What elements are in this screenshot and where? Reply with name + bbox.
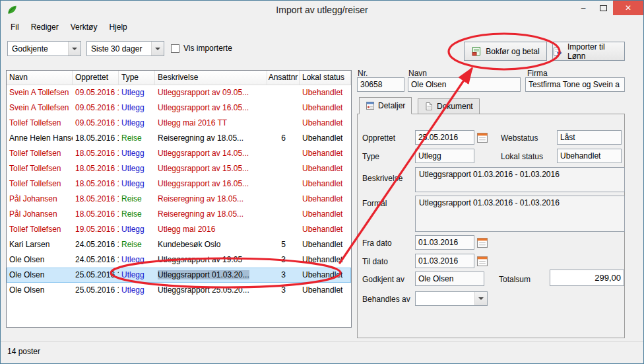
tab-dokument[interactable]: Dokument — [418, 98, 480, 114]
navn-label: Navn — [408, 69, 427, 78]
calendar-icon[interactable] — [477, 237, 488, 248]
menu-item-hjelp[interactable]: Hjelp — [103, 20, 133, 34]
cell-ansattnr — [267, 116, 300, 131]
period-filter-dropdown[interactable]: Siste 30 dager — [86, 41, 164, 56]
behandles-av-dropdown[interactable] — [415, 291, 488, 306]
show-imported-label: Vis importerte — [183, 44, 232, 53]
cell-status: Ubehandlet — [300, 268, 351, 283]
cell-type: Utlegg — [119, 176, 155, 192]
cell-opprettet: 25.05.2016 1... — [73, 268, 119, 283]
table-row[interactable]: Tollef Tollefsen09.05.2016 1...UtleggUtl… — [7, 116, 351, 131]
fra-dato-field[interactable] — [415, 235, 474, 250]
cell-opprettet: 18.05.2016 1... — [73, 131, 119, 146]
opprettet-field[interactable] — [415, 130, 474, 145]
lokal-status-field[interactable] — [557, 149, 622, 163]
bokfor-og-betal-button[interactable]: Bokfør og betal — [464, 42, 547, 61]
calendar-icon[interactable] — [477, 132, 488, 143]
totalsum-label: Totalsum — [499, 275, 531, 284]
menu-item-fil[interactable]: Fil — [5, 20, 25, 34]
table-row[interactable]: Svein A Tollefsen09.05.2016 1...UtleggUt… — [7, 100, 351, 116]
chevron-down-icon — [151, 42, 164, 55]
detaljer-icon — [366, 101, 375, 110]
cell-type: Reise — [119, 192, 155, 207]
type-label: Type — [362, 152, 379, 161]
cell-navn: Ole Olsen — [7, 283, 73, 298]
cell-ansattnr — [267, 176, 300, 192]
importer-til-lonn-button[interactable]: Importer til Lønn — [552, 42, 625, 61]
firma-field[interactable] — [525, 77, 625, 92]
table-row[interactable]: Ole Olsen25.05.2016 1...UtleggUtleggsrap… — [7, 268, 351, 283]
table-header: NavnOpprettetTypeBeskrivelseAnsattnrLoka… — [7, 71, 351, 85]
cell-type: Reise — [119, 207, 155, 222]
column-header[interactable]: Navn — [7, 71, 73, 85]
column-header[interactable]: Type — [119, 71, 155, 85]
cell-navn: Ole Olsen — [7, 252, 73, 268]
cell-type: Utlegg — [119, 283, 155, 298]
table-row[interactable]: Tollef Tollefsen18.05.2016 1...UtleggUtl… — [7, 176, 351, 192]
webstatus-field[interactable] — [557, 130, 622, 145]
cell-status: Ubehandlet — [300, 222, 351, 237]
cell-beskrivelse: Utleggsrapport 25.05.20... — [155, 283, 267, 298]
formal-field[interactable]: Utleggsrapport 01.03.2016 - 01.03.2016 — [415, 196, 625, 232]
table-body: Svein A Tollefsen09.05.2016 1...UtleggUt… — [7, 85, 351, 298]
menu-item-rediger[interactable]: Rediger — [25, 20, 65, 34]
cell-ansattnr — [267, 207, 300, 222]
cell-beskrivelse: Utleggsrapport av 19.05 — [155, 252, 267, 268]
godkjent-av-field[interactable] — [415, 272, 484, 286]
cell-status: Ubehandlet — [300, 176, 351, 192]
cell-navn: Ole Olsen — [7, 268, 73, 283]
godkjent-av-label: Godkjent av — [362, 275, 404, 284]
column-header[interactable]: Lokal status — [300, 71, 351, 85]
webstatus-label: Webstatus — [501, 133, 538, 143]
cell-opprettet: 18.05.2016 1... — [73, 161, 119, 176]
column-header[interactable]: Ansattnr — [267, 71, 300, 85]
type-field[interactable] — [415, 149, 474, 163]
bokfor-og-betal-label: Bokfør og betal — [486, 47, 539, 56]
navn-field[interactable] — [408, 77, 521, 92]
totalsum-field[interactable] — [550, 270, 624, 286]
til-dato-field[interactable] — [415, 254, 474, 268]
column-header[interactable]: Opprettet — [73, 71, 119, 85]
cell-status: Ubehandlet — [300, 192, 351, 207]
cell-beskrivelse: Reiseregning av 18.05... — [155, 192, 267, 207]
nr-field[interactable] — [357, 77, 404, 92]
table-row[interactable]: Tollef Tollefsen18.05.2016 1...UtleggUtl… — [7, 146, 351, 161]
table-row[interactable]: Ole Olsen24.05.2016 1...UtleggUtleggsrap… — [7, 252, 351, 268]
window-controls: – ✕ — [573, 1, 643, 15]
table-row[interactable]: Anne Helen Hansen18.05.2016 1...ReiseRei… — [7, 131, 351, 146]
cell-navn: Tollef Tollefsen — [7, 176, 73, 192]
window: Import av utlegg/reiser – ✕ FilRedigerVe… — [0, 0, 644, 364]
cell-status: Ubehandlet — [300, 85, 351, 100]
status-filter-dropdown[interactable]: Godkjente — [7, 41, 81, 56]
tab-detaljer[interactable]: Detaljer — [359, 97, 412, 114]
maximize-button[interactable] — [593, 1, 613, 15]
window-title: Import av utlegg/reiser — [1, 5, 643, 15]
cell-navn: Tollef Tollefsen — [7, 146, 73, 161]
minimize-button[interactable]: – — [573, 1, 593, 15]
cell-status: Ubehandlet — [300, 252, 351, 268]
cell-status: Ubehandlet — [300, 283, 351, 298]
table-row[interactable]: Pål Johansen18.05.2016 1...ReiseReisereg… — [7, 207, 351, 222]
table-row[interactable]: Tollef Tollefsen19.05.2016 1...UtleggUtl… — [7, 222, 351, 237]
table-row[interactable]: Ole Olsen25.05.2016 1...UtleggUtleggsrap… — [7, 283, 351, 298]
column-header[interactable]: Beskrivelse — [155, 71, 267, 85]
cell-type: Reise — [119, 237, 155, 252]
table-row[interactable]: Pål Johansen18.05.2016 1...ReiseReisereg… — [7, 192, 351, 207]
cell-ansattnr — [267, 192, 300, 207]
show-imported-checkbox[interactable] — [171, 44, 179, 53]
period-filter-value: Siste 30 dager — [87, 44, 151, 54]
table-row[interactable]: Tollef Tollefsen18.05.2016 1...UtleggUtl… — [7, 161, 351, 176]
cell-beskrivelse: Utleggsrapport av 14.05... — [155, 146, 267, 161]
record-count: 14 poster — [7, 347, 40, 356]
beskrivelse-field[interactable]: Utleggsrapport 01.03.2016 - 01.03.2016 — [415, 167, 625, 192]
table-row[interactable]: Kari Larsen24.05.2016 1...ReiseKundebesø… — [7, 237, 351, 252]
menu-item-verktøy[interactable]: Verktøy — [65, 20, 104, 34]
beskrivelse-label: Beskrivelse — [362, 174, 402, 183]
calendar-icon[interactable] — [477, 256, 488, 266]
table-row[interactable]: Svein A Tollefsen09.05.2016 1...UtleggUt… — [7, 85, 351, 100]
cell-status: Ubehandlet — [300, 237, 351, 252]
importer-til-lonn-label: Importer til Lønn — [567, 42, 624, 61]
cell-status: Ubehandlet — [300, 131, 351, 146]
close-button[interactable]: ✕ — [613, 1, 643, 15]
cell-ansattnr: 6 — [267, 131, 300, 146]
